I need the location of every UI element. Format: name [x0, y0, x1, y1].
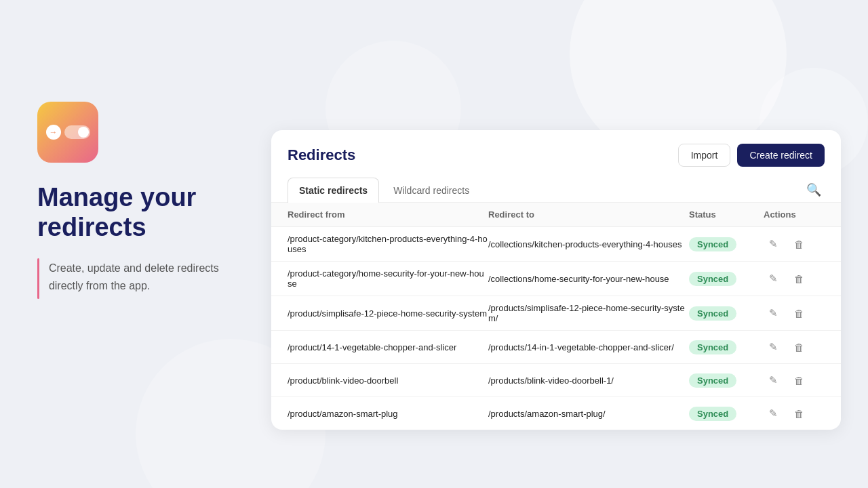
table-row: /product-category/kitchen-products-every… [271, 227, 841, 262]
cell-status-4: Synced [689, 367, 764, 394]
app-logo: → [37, 102, 98, 163]
col-header-to: Redirect to [488, 209, 689, 220]
cell-status-1: Synced [689, 265, 764, 293]
cell-actions-0: ✎ 🗑 [764, 228, 825, 260]
delete-button-5[interactable]: 🗑 [789, 404, 808, 423]
cell-from-3: /product/14-1-vegetable-chopper-and-slic… [288, 336, 488, 359]
main-card: Redirects Import Create redirect Static … [271, 130, 841, 430]
cell-from-0: /product-category/kitchen-products-every… [288, 227, 488, 261]
tabs-row: Static redirects Wildcard redirects 🔍 [271, 178, 841, 203]
table-header: Redirect from Redirect to Status Actions [271, 203, 841, 227]
status-badge-3: Synced [689, 340, 736, 354]
tab-wildcard-redirects[interactable]: Wildcard redirects [382, 178, 481, 203]
cell-actions-3: ✎ 🗑 [764, 331, 825, 363]
cell-actions-5: ✎ 🗑 [764, 397, 825, 430]
tab-static-redirects[interactable]: Static redirects [288, 178, 379, 203]
delete-button-0[interactable]: 🗑 [789, 235, 808, 253]
header-actions: Import Create redirect [678, 144, 825, 167]
left-description: Create, update and delete redirects dire… [49, 258, 248, 294]
left-panel: → Manage your redirects Create, update a… [37, 102, 248, 299]
cell-to-2: /products/simplisafe-12-piece-home-secur… [488, 296, 689, 330]
status-badge-2: Synced [689, 306, 736, 321]
delete-button-3[interactable]: 🗑 [789, 338, 808, 357]
edit-button-0[interactable]: ✎ [764, 235, 783, 253]
cell-status-3: Synced [689, 333, 764, 361]
table-row: /product-category/home-security-for-your… [271, 262, 841, 296]
table-body: /product-category/kitchen-products-every… [271, 227, 841, 430]
col-header-from: Redirect from [288, 209, 488, 220]
card-header: Redirects Import Create redirect [271, 130, 841, 178]
edit-button-1[interactable]: ✎ [764, 269, 783, 288]
cell-actions-1: ✎ 🗑 [764, 262, 825, 295]
edit-button-5[interactable]: ✎ [764, 404, 783, 423]
status-badge-4: Synced [689, 373, 736, 388]
table-row: /product/simplisafe-12-piece-home-securi… [271, 296, 841, 331]
cell-to-1: /collections/home-security-for-your-new-… [488, 267, 689, 291]
cell-status-0: Synced [689, 230, 764, 258]
create-redirect-button[interactable]: Create redirect [737, 144, 825, 167]
cell-from-4: /product/blink-video-doorbell [288, 369, 488, 392]
status-badge-1: Synced [689, 272, 736, 286]
table-row: /product/amazon-smart-plug /products/ama… [271, 397, 841, 430]
cell-from-5: /product/amazon-smart-plug [288, 402, 488, 426]
cell-actions-2: ✎ 🗑 [764, 297, 825, 329]
cell-status-2: Synced [689, 300, 764, 327]
edit-button-4[interactable]: ✎ [764, 371, 783, 390]
card-title: Redirects [288, 146, 355, 164]
status-badge-5: Synced [689, 407, 736, 421]
cell-status-5: Synced [689, 400, 764, 428]
delete-button-4[interactable]: 🗑 [789, 371, 808, 390]
delete-button-1[interactable]: 🗑 [789, 269, 808, 288]
import-button[interactable]: Import [678, 144, 731, 167]
edit-button-2[interactable]: ✎ [764, 304, 783, 323]
search-button[interactable]: 🔍 [803, 179, 825, 201]
cell-to-5: /products/amazon-smart-plug/ [488, 402, 689, 426]
delete-button-2[interactable]: 🗑 [789, 304, 808, 323]
edit-button-3[interactable]: ✎ [764, 338, 783, 357]
cell-from-2: /product/simplisafe-12-piece-home-securi… [288, 302, 488, 325]
cell-to-3: /products/14-in-1-vegetable-chopper-and-… [488, 336, 689, 359]
col-header-status: Status [689, 209, 764, 220]
logo-toggle [64, 125, 90, 139]
tabs: Static redirects Wildcard redirects [288, 178, 481, 202]
left-description-wrapper: Create, update and delete redirects dire… [37, 258, 248, 299]
cell-to-4: /products/blink-video-doorbell-1/ [488, 369, 689, 392]
table-row: /product/blink-video-doorbell /products/… [271, 364, 841, 397]
cell-from-1: /product-category/home-security-for-your… [288, 262, 488, 296]
logo-toggle-knob [78, 127, 89, 138]
status-badge-0: Synced [689, 237, 736, 251]
left-accent-bar [37, 258, 39, 299]
table-row: /product/14-1-vegetable-chopper-and-slic… [271, 331, 841, 364]
cell-actions-4: ✎ 🗑 [764, 364, 825, 396]
col-header-actions: Actions [764, 209, 825, 220]
search-icon: 🔍 [806, 182, 821, 197]
logo-arrow-icon: → [46, 125, 61, 140]
cell-to-0: /collections/kitchen-products-everything… [488, 232, 689, 256]
main-heading: Manage your redirects [37, 183, 248, 242]
